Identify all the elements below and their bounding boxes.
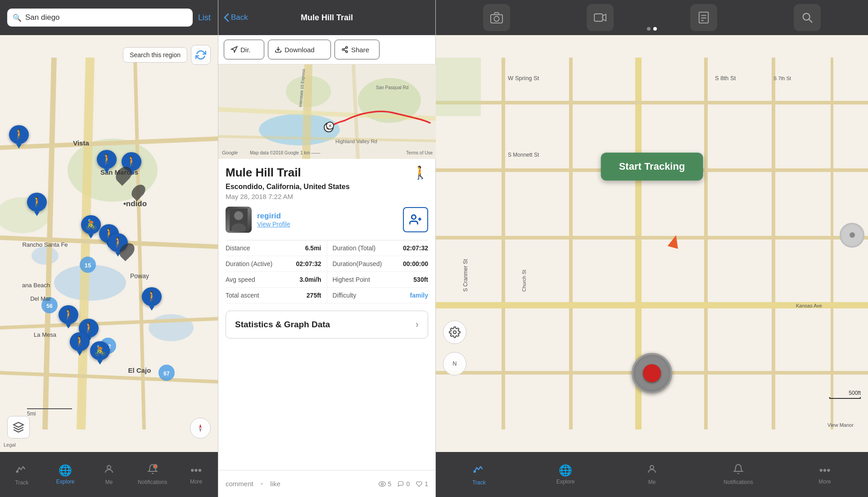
svg-point-42 — [346, 51, 348, 53]
stat-duration-paused: Duration(Paused) 00:00:00 — [327, 256, 429, 271]
nav-more-left[interactable]: ••• More — [174, 461, 218, 488]
nav-explore-label-left: Explore — [56, 479, 75, 485]
right-panel: W Spring St S Monnett St S Highland Ave … — [436, 0, 868, 497]
layers-button[interactable] — [7, 416, 30, 438]
svg-text:S 7th St: S 7th St — [773, 76, 791, 81]
start-tracking-button[interactable]: Start Tracking — [601, 153, 703, 181]
search-bar[interactable]: 🔍 San diego — [7, 9, 193, 27]
svg-point-61 — [234, 211, 243, 220]
share-button[interactable]: Share — [335, 40, 380, 59]
map-pin-4[interactable]: 🚶 — [27, 193, 47, 216]
svg-text:67: 67 — [163, 370, 170, 377]
more-icon-left: ••• — [190, 464, 202, 477]
user-avatar-img — [226, 207, 252, 233]
video-button[interactable] — [587, 4, 614, 31]
left-map: 15 56 52 67 Vista San Marcos •ndido Ranc… — [0, 35, 218, 452]
back-label: Back — [231, 13, 248, 22]
comments-stat: 0 — [398, 480, 410, 488]
settings-button-right[interactable] — [443, 321, 466, 344]
map-pin-5[interactable]: 🚴 — [81, 215, 101, 239]
map-pin-9[interactable]: 🚶 — [59, 305, 78, 329]
svg-point-40 — [346, 46, 348, 48]
nav-track-label-right: Track — [472, 479, 486, 486]
svg-point-103 — [650, 465, 654, 469]
map-pin-8[interactable]: 🚶 — [142, 287, 162, 311]
nav-me-right[interactable]: Me — [609, 460, 695, 489]
nav-notifications-left[interactable]: Notifications — [131, 460, 174, 489]
directions-button[interactable]: Dir. — [224, 40, 264, 59]
middle-header: Back Mule Hill Trail — [218, 0, 435, 35]
svg-marker-38 — [231, 46, 237, 52]
list-button[interactable]: List — [198, 13, 211, 23]
scale-line — [829, 397, 861, 399]
back-button[interactable]: Back — [224, 13, 248, 22]
svg-point-66 — [379, 481, 385, 486]
nav-more-right[interactable]: ••• More — [782, 461, 868, 488]
nav-explore-right[interactable]: 🌐 Explore — [522, 461, 609, 488]
nav-track-left[interactable]: Track — [0, 460, 44, 489]
user-avatar — [226, 207, 252, 233]
map-pin-12[interactable]: 🚴 — [90, 341, 110, 365]
camera-button[interactable] — [483, 4, 510, 31]
svg-rect-70 — [594, 14, 602, 22]
svg-text:✕: ✕ — [328, 123, 332, 128]
svg-text:S Monnett St: S Monnett St — [508, 152, 539, 158]
svg-text:15: 15 — [85, 262, 91, 269]
nav-me-label-left: Me — [105, 479, 113, 485]
trail-map-svg: ✕ Highland Valley Rd San Pasqual Rd Inte… — [218, 64, 436, 159]
nav-me-left[interactable]: Me — [87, 460, 131, 489]
header-dots — [647, 27, 657, 31]
search-input-value: San diego — [25, 13, 60, 22]
search-icon: 🔍 — [13, 14, 22, 22]
record-button[interactable] — [632, 353, 672, 393]
map-pin-2[interactable]: 🚶 — [97, 150, 117, 173]
legal-text: Legal — [4, 442, 16, 447]
svg-marker-32 — [14, 422, 23, 427]
map-pin-1[interactable]: 🚶 — [9, 125, 29, 149]
like-action[interactable]: like — [270, 480, 280, 488]
action-bar: Dir. Download Share — [218, 35, 435, 64]
likes-stat: 1 — [416, 480, 428, 488]
nav-notifications-right[interactable]: Notifications — [695, 460, 782, 489]
pin-icon-12: 🚴 — [90, 341, 110, 360]
user-name: regirid — [257, 212, 398, 221]
trail-name: Mule Hill Trail — [226, 166, 301, 180]
download-button[interactable]: Download — [268, 40, 331, 59]
trail-type-icon: 🚶 — [412, 165, 428, 180]
svg-text:Del Mar: Del Mar — [30, 295, 51, 302]
left-header: 🔍 San diego List — [0, 0, 218, 35]
comment-action[interactable]: comment — [226, 480, 253, 488]
speed-indicator — [840, 223, 864, 248]
notes-button[interactable] — [690, 4, 717, 31]
svg-text:Poway: Poway — [130, 272, 149, 280]
follow-button[interactable] — [403, 207, 428, 232]
stat-difficulty: Difficulty family — [327, 288, 429, 303]
right-map: W Spring St S Monnett St S Highland Ave … — [436, 35, 868, 452]
stat-avg-speed: Avg speed 3.0mi/h — [226, 272, 327, 287]
svg-point-41 — [342, 49, 344, 50]
pin-icon-4: 🚶 — [27, 193, 47, 212]
svg-text:N: N — [452, 360, 457, 367]
map-pin-11[interactable]: 🚶 — [70, 332, 90, 356]
search-map-button[interactable] — [794, 4, 821, 31]
compass-button-right[interactable]: N — [443, 352, 466, 375]
search-region-button[interactable]: Search this region — [123, 47, 187, 63]
stats-row-2: Duration (Active) 02:07:32 Duration(Paus… — [226, 256, 428, 272]
nav-explore-label-right: Explore — [556, 479, 575, 485]
scale-bar: 500ft — [829, 390, 861, 399]
view-profile-link[interactable]: View Profile — [257, 221, 398, 228]
middle-title: Mule Hill Trail — [301, 13, 353, 23]
me-icon-left — [104, 464, 114, 477]
refresh-button[interactable] — [191, 45, 211, 65]
nav-explore-left[interactable]: 🌐 Explore — [44, 461, 87, 488]
nav-track-right[interactable]: Track — [436, 460, 522, 489]
svg-point-69 — [494, 16, 499, 21]
compass-button-left[interactable] — [190, 418, 211, 438]
svg-line-77 — [809, 19, 812, 23]
stats-graph-button[interactable]: Statistics & Graph Data › — [226, 311, 428, 339]
svg-point-35 — [17, 471, 18, 472]
svg-point-67 — [381, 483, 383, 485]
svg-text:•ndido: •ndido — [123, 199, 147, 208]
right-bottom-nav: Track 🌐 Explore Me Notifications — [436, 452, 868, 497]
nav-notifications-label-right: Notifications — [723, 479, 753, 485]
